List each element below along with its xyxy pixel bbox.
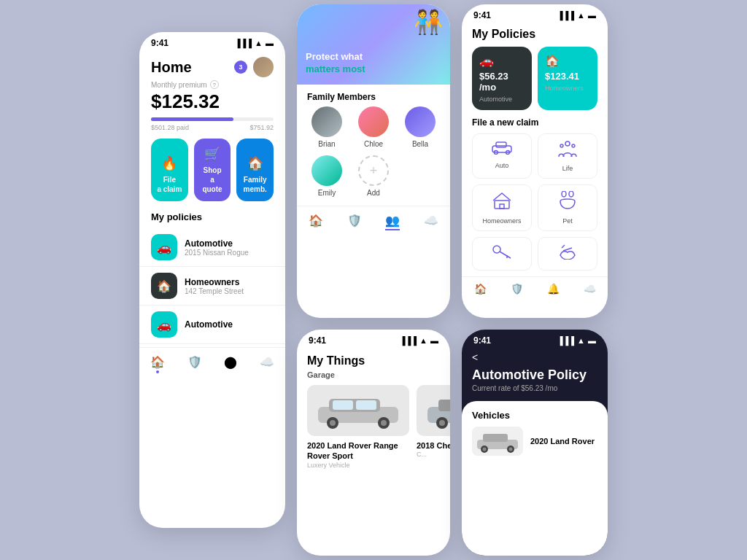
svg-point-20: [572, 144, 575, 147]
policy-info-homeowners: Homeowners 142 Temple Street: [185, 277, 244, 295]
notification-badge[interactable]: 3: [234, 61, 247, 74]
claim-homeowners-icon: [492, 191, 512, 214]
svg-rect-15: [496, 142, 506, 147]
avatar-emily: [311, 155, 342, 186]
svg-rect-22: [500, 204, 504, 209]
nav2-cloud[interactable]: ☁️: [424, 214, 438, 230]
svg-point-7: [381, 420, 387, 426]
auto-card-price: $56.23 /mo: [479, 71, 525, 93]
policy-automotive-2[interactable]: 🚗 Automotive: [139, 306, 285, 344]
svg-point-23: [562, 191, 566, 197]
svg-point-33: [509, 447, 513, 451]
claim-homeowners-label: Homeowners: [482, 217, 521, 225]
bottom-nav-household: 🏠 🛡️ 👥 ☁️: [297, 206, 450, 239]
help-icon[interactable]: ?: [210, 80, 219, 89]
nav-shield[interactable]: 🛡️: [187, 355, 202, 373]
policy-info-automotive: Automotive 2015 Nissan Rogue: [185, 238, 249, 257]
policies-section-title: My policies: [139, 211, 285, 222]
hero-accent: matters most: [306, 63, 365, 74]
wifi-icon: ▲: [255, 39, 263, 47]
nav2-shield[interactable]: 🛡️: [347, 214, 362, 230]
add-member-icon[interactable]: +: [358, 155, 389, 186]
wifi-icon-5: ▲: [577, 336, 585, 345]
nav4-home[interactable]: 🏠: [474, 283, 487, 295]
family-button[interactable]: 🏠 Familymemb.: [236, 139, 274, 201]
time-5: 9:41: [473, 335, 491, 346]
claim-water[interactable]: [538, 237, 597, 271]
time-4: 9:41: [473, 10, 491, 20]
policy-cards-row: 🚗 $56.23 /mo Automotive 🏠 $123.41 Homeow…: [462, 47, 608, 110]
vehicle-name-1: 2020 Land Rover: [530, 437, 595, 446]
time-1: 9:41: [151, 38, 169, 48]
svg-point-24: [569, 191, 573, 197]
car-card-2[interactable]: 2018 Chevrolet C...: [417, 385, 450, 469]
premium-label: Monthly premium ?: [139, 80, 285, 89]
automotive-icon-2: 🚗: [151, 311, 177, 338]
nav4-cloud[interactable]: ☁️: [584, 283, 596, 295]
battery-icon-4: ▬: [588, 11, 596, 20]
svg-point-19: [560, 144, 563, 147]
signal-icon-5: ▐▐▐: [557, 336, 574, 345]
avatar[interactable]: [253, 57, 274, 77]
battery-icon: ▬: [266, 39, 274, 47]
status-icons-4: ▐▐▐ ▲ ▬: [557, 11, 596, 20]
back-button[interactable]: <: [462, 349, 608, 363]
auto-card-label: Automotive: [479, 96, 525, 103]
home-icon: 🏠: [247, 155, 263, 172]
member-bella[interactable]: Bella: [400, 106, 440, 148]
nav2-home[interactable]: 🏠: [309, 214, 323, 230]
nav4-shield[interactable]: 🛡️: [511, 283, 523, 295]
svg-point-31: [483, 447, 487, 451]
home-card-icon: 🏠: [545, 54, 590, 68]
progress-labels: $501.28 paid $751.92: [139, 124, 285, 131]
policy-card-automotive[interactable]: 🚗 $56.23 /mo Automotive: [472, 47, 532, 110]
progress-bar: [151, 117, 274, 121]
nav-home[interactable]: 🏠: [150, 355, 165, 373]
policies-page-title: My Policies: [462, 23, 608, 47]
bottom-nav: 🏠 🛡️ ⬤ ☁️: [139, 347, 285, 384]
nav4-bell[interactable]: 🔔: [547, 283, 560, 295]
car-card-1[interactable]: 2020 Land Rover RangeRover Sport Luxery …: [307, 385, 409, 469]
hero-text: Protect whatmatters most: [306, 51, 365, 76]
home-header: Home 3: [139, 51, 285, 80]
phone-auto-policy: 9:41 ▐▐▐ ▲ ▬ < Automotive Policy Current…: [462, 330, 608, 556]
policy-homeowners[interactable]: 🏠 Homeowners 142 Temple Street: [139, 267, 285, 306]
svg-point-25: [493, 246, 500, 253]
car-svg-2: [424, 389, 450, 432]
svg-point-5: [330, 420, 336, 426]
file-claim-button[interactable]: 🔥 Filea claim: [151, 139, 188, 201]
member-chloe[interactable]: Chloe: [354, 106, 393, 148]
vehicle-item-1[interactable]: 2020 Land Rover: [472, 427, 597, 456]
claim-life[interactable]: Life: [538, 133, 597, 179]
auto-policy-sub: Current rate of $56.23 /mo: [462, 384, 608, 401]
claim-auto[interactable]: Auto: [472, 133, 532, 179]
nav-cloud[interactable]: ☁️: [260, 355, 274, 373]
claim-keys[interactable]: [472, 237, 532, 271]
progress-fill: [151, 117, 233, 121]
claim-pet[interactable]: Pet: [538, 184, 597, 231]
member-brian[interactable]: Brian: [307, 106, 347, 148]
claim-homeowners[interactable]: Homeowners: [472, 184, 532, 231]
nav2-people[interactable]: 👥: [385, 214, 400, 230]
policy-card-homeowners[interactable]: 🏠 $123.41 Homeowners: [538, 47, 597, 110]
bottom-nav-policies: 🏠 🛡️ 🔔 ☁️: [462, 276, 608, 302]
total-label: $751.92: [249, 124, 274, 131]
homeowners-icon: 🏠: [151, 273, 177, 299]
claim-pet-icon: [557, 191, 578, 214]
family-grid: Brian Chloe Bella Emily + Add: [297, 106, 450, 197]
shop-quote-button[interactable]: 🛒 Shopa quote: [194, 139, 231, 201]
phone-household: Protect whatmatters most 🧑‍🤝‍🧑 Family Me…: [297, 4, 450, 318]
member-emily[interactable]: Emily: [307, 155, 347, 197]
car-name-1: 2020 Land Rover RangeRover Sport: [307, 440, 409, 462]
phone-things: 9:41 ▐▐▐ ▲ ▬ My Things Garage: [297, 330, 450, 556]
car-scroll: 2020 Land Rover RangeRover Sport Luxery …: [297, 385, 450, 469]
header-icons: 3: [234, 57, 274, 77]
nav-circle[interactable]: ⬤: [224, 355, 237, 373]
policy-automotive[interactable]: 🚗 Automotive 2015 Nissan Rogue: [139, 228, 285, 267]
file-claim-section-title: File a new claim: [462, 117, 608, 133]
home-card-label: Homeowners: [545, 85, 590, 92]
vehicles-section: Vehicles 2020 Land Rover: [462, 401, 608, 556]
svg-rect-9: [438, 400, 450, 411]
auto-policy-title: Automotive Policy: [462, 363, 608, 384]
member-add[interactable]: + Add: [354, 155, 393, 197]
